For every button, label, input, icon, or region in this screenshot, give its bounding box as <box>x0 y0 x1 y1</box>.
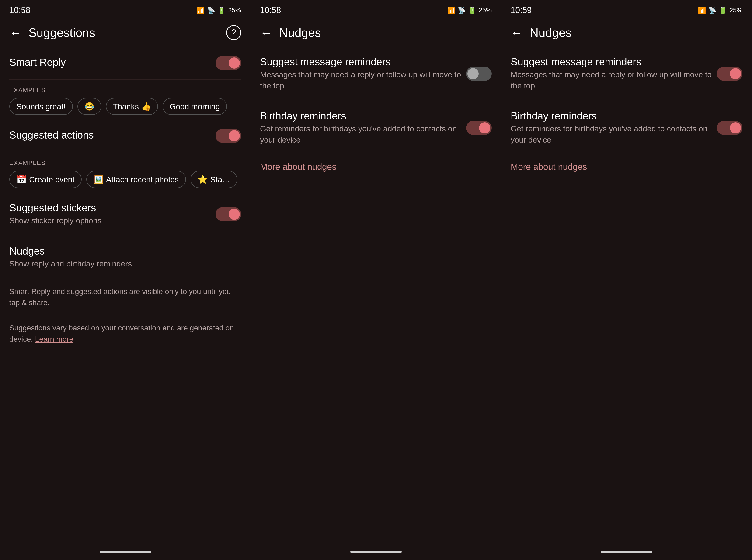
birthday-reminders-info-1: Birthday reminders Get reminders for bir… <box>260 110 462 145</box>
bottom-indicator-1 <box>100 551 151 553</box>
signal-icon-3: 📡 <box>708 6 716 14</box>
suggested-stickers-toggle-thumb <box>229 208 240 220</box>
bottom-indicator-3 <box>601 551 652 553</box>
more-about-nudges-link-2[interactable]: More about nudges <box>511 155 743 179</box>
help-icon-1[interactable]: ? <box>226 25 241 40</box>
suggest-reminders-subtitle-1: Messages that may need a reply or follow… <box>260 69 462 91</box>
nudges-nav-subtitle: Show reply and birthday reminders <box>9 258 241 269</box>
battery-icon-1: 🔋 <box>218 6 226 14</box>
chip-create-event-icon: 📅 <box>16 175 27 184</box>
chip-sounds-great-label: Sounds great! <box>16 102 66 111</box>
smart-reply-toggle[interactable] <box>216 56 241 70</box>
suggest-reminders-toggle-thumb-2 <box>730 68 741 79</box>
signal-icon-2: 📡 <box>458 6 466 14</box>
chip-emoji-icon: 😂 <box>84 102 94 111</box>
chip-thanks-icon: 👍 <box>141 102 151 111</box>
chip-star-label: Sta… <box>210 175 230 184</box>
bottom-bar-1 <box>0 546 250 560</box>
bottom-bar-3 <box>501 546 752 560</box>
birthday-reminders-row-2: Birthday reminders Get reminders for bir… <box>511 101 743 155</box>
smart-reply-info: Smart Reply <box>9 57 211 69</box>
top-bar-nudges-1: ← Nudges <box>251 19 501 47</box>
wifi-icon-1: 📶 <box>197 6 205 14</box>
learn-more-link[interactable]: Learn more <box>35 335 73 343</box>
battery-text-1: 25% <box>228 6 241 14</box>
smart-reply-section: Smart Reply EXAMPLES Sounds great! 😂 Tha… <box>9 47 241 115</box>
suggested-actions-examples-label: EXAMPLES <box>9 159 241 166</box>
battery-icon-2: 🔋 <box>468 6 476 14</box>
suggested-stickers-info: Suggested stickers Show sticker reply op… <box>9 202 211 226</box>
status-icons-2: 📶 📡 🔋 25% <box>447 6 492 14</box>
chip-star-icon: ⭐ <box>198 175 208 184</box>
chip-star[interactable]: ⭐ Sta… <box>190 171 237 188</box>
suggested-stickers-title: Suggested stickers <box>9 202 211 214</box>
screen-nudges-2: 10:59 📶 📡 🔋 25% ← Nudges Suggest message… <box>501 0 752 560</box>
suggest-reminders-row-2: Suggest message reminders Messages that … <box>511 47 743 101</box>
bottom-indicator-2 <box>350 551 402 553</box>
wifi-icon-3: 📶 <box>698 6 706 14</box>
birthday-reminders-title-2: Birthday reminders <box>511 110 712 122</box>
back-button-2[interactable]: ← <box>260 26 272 40</box>
battery-icon-3: 🔋 <box>719 6 727 14</box>
status-bar-2: 10:58 📶 📡 🔋 25% <box>251 0 501 19</box>
birthday-reminders-row-1: Birthday reminders Get reminders for bir… <box>260 101 492 155</box>
suggested-actions-chips: 📅 Create event 🖼️ Attach recent photos ⭐… <box>9 171 241 188</box>
content-suggestions: Smart Reply EXAMPLES Sounds great! 😂 Tha… <box>0 47 250 546</box>
suggested-actions-title: Suggested actions <box>9 129 211 141</box>
chip-create-event-label: Create event <box>29 175 75 184</box>
smart-reply-examples-label: EXAMPLES <box>9 86 241 94</box>
chip-good-morning-label: Good morning <box>169 102 220 111</box>
suggest-reminders-toggle-1[interactable] <box>466 67 492 81</box>
nudges-nav-row[interactable]: Nudges Show reply and birthday reminders <box>9 236 241 279</box>
chip-attach-photos-label: Attach recent photos <box>106 175 179 184</box>
status-time-3: 10:59 <box>511 5 532 15</box>
back-button-3[interactable]: ← <box>511 26 523 40</box>
chip-emoji[interactable]: 😂 <box>78 98 101 115</box>
smart-reply-toggle-thumb <box>229 57 240 68</box>
suggest-reminders-row-1: Suggest message reminders Messages that … <box>260 47 492 101</box>
status-bar-3: 10:59 📶 📡 🔋 25% <box>501 0 752 19</box>
suggested-actions-row: Suggested actions <box>9 119 241 152</box>
nudges-nav-title: Nudges <box>9 245 241 257</box>
suggest-reminders-toggle-2[interactable] <box>717 67 743 81</box>
suggested-stickers-subtitle: Show sticker reply options <box>9 215 211 226</box>
back-button-1[interactable]: ← <box>9 26 21 40</box>
birthday-reminders-toggle-thumb-1 <box>479 122 490 134</box>
birthday-reminders-info-2: Birthday reminders Get reminders for bir… <box>511 110 712 145</box>
chip-attach-photos[interactable]: 🖼️ Attach recent photos <box>86 171 186 188</box>
signal-icon-1: 📡 <box>207 6 215 14</box>
suggested-stickers-row: Suggested stickers Show sticker reply op… <box>9 193 241 236</box>
birthday-reminders-toggle-2[interactable] <box>717 121 743 135</box>
birthday-reminders-toggle-thumb-2 <box>730 122 741 134</box>
status-time-2: 10:58 <box>260 5 281 15</box>
suggested-actions-toggle-thumb <box>229 130 240 141</box>
suggest-reminders-subtitle-2: Messages that may need a reply or follow… <box>511 69 712 91</box>
status-icons-1: 📶 📡 🔋 25% <box>197 6 241 14</box>
top-bar-suggestions: ← Suggestions ? <box>0 19 250 47</box>
more-about-nudges-link-1[interactable]: More about nudges <box>260 155 492 179</box>
suggested-actions-section: Suggested actions EXAMPLES 📅 Create even… <box>9 119 241 188</box>
chip-good-morning[interactable]: Good morning <box>163 98 227 115</box>
content-nudges-2: Suggest message reminders Messages that … <box>501 47 752 546</box>
battery-text-3: 25% <box>729 6 743 14</box>
birthday-reminders-subtitle-1: Get reminders for birthdays you've added… <box>260 123 462 145</box>
smart-reply-row: Smart Reply <box>9 47 241 80</box>
suggested-actions-info: Suggested actions <box>9 129 211 142</box>
chip-thanks[interactable]: Thanks 👍 <box>106 98 158 115</box>
footer-line-1: Smart Reply and suggested actions are vi… <box>9 279 241 315</box>
status-bar-1: 10:58 📶 📡 🔋 25% <box>0 0 250 19</box>
suggested-stickers-toggle[interactable] <box>216 207 241 221</box>
footer-line-2: Suggestions vary based on your conversat… <box>9 315 241 352</box>
wifi-icon-2: 📶 <box>447 6 455 14</box>
page-title-nudges-2: Nudges <box>530 26 743 40</box>
battery-text-2: 25% <box>479 6 492 14</box>
content-nudges-1: Suggest message reminders Messages that … <box>251 47 501 546</box>
birthday-reminders-subtitle-2: Get reminders for birthdays you've added… <box>511 123 712 145</box>
chip-create-event[interactable]: 📅 Create event <box>9 171 82 188</box>
birthday-reminders-toggle-1[interactable] <box>466 121 492 135</box>
suggested-actions-toggle[interactable] <box>216 129 241 143</box>
smart-reply-chips: Sounds great! 😂 Thanks 👍 Good morning <box>9 98 241 115</box>
chip-sounds-great[interactable]: Sounds great! <box>9 98 73 115</box>
page-title-suggestions: Suggestions <box>28 26 226 40</box>
top-bar-nudges-2: ← Nudges <box>501 19 752 47</box>
